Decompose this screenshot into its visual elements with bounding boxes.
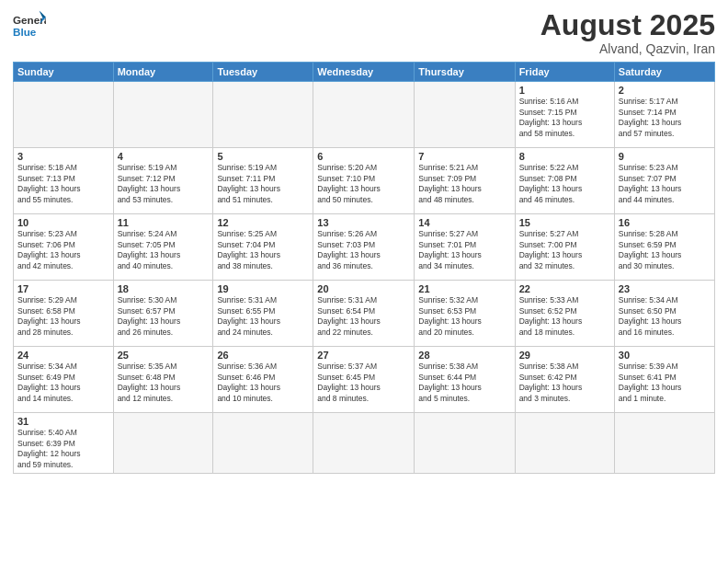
day-cell: 23Sunrise: 5:34 AM Sunset: 6:50 PM Dayli… — [614, 281, 714, 347]
day-cell: 24Sunrise: 5:34 AM Sunset: 6:49 PM Dayli… — [14, 347, 114, 413]
day-info: Sunrise: 5:34 AM Sunset: 6:50 PM Dayligh… — [619, 295, 711, 338]
day-number: 28 — [418, 350, 510, 361]
day-number: 4 — [118, 151, 210, 162]
day-number: 12 — [217, 217, 309, 228]
day-info: Sunrise: 5:19 AM Sunset: 7:12 PM Dayligh… — [118, 163, 210, 205]
day-cell: 17Sunrise: 5:29 AM Sunset: 6:58 PM Dayli… — [14, 281, 114, 347]
logo-icon: General Blue — [13, 9, 46, 42]
day-info: Sunrise: 5:27 AM Sunset: 7:00 PM Dayligh… — [519, 229, 610, 271]
day-cell: 20Sunrise: 5:31 AM Sunset: 6:54 PM Dayli… — [313, 281, 415, 347]
day-number: 13 — [317, 217, 410, 228]
day-number: 5 — [217, 151, 309, 162]
day-number: 10 — [17, 217, 109, 228]
day-cell: 19Sunrise: 5:31 AM Sunset: 6:55 PM Dayli… — [213, 281, 313, 347]
day-cell — [14, 82, 114, 148]
day-cell: 15Sunrise: 5:27 AM Sunset: 7:00 PM Dayli… — [515, 214, 614, 281]
week-row-3: 10Sunrise: 5:23 AM Sunset: 7:06 PM Dayli… — [14, 214, 715, 281]
day-info: Sunrise: 5:39 AM Sunset: 6:41 PM Dayligh… — [619, 362, 711, 404]
header: General Blue August 2025 Alvand, Qazvin,… — [13, 9, 715, 56]
day-info: Sunrise: 5:29 AM Sunset: 6:58 PM Dayligh… — [17, 295, 109, 338]
day-cell: 4Sunrise: 5:19 AM Sunset: 7:12 PM Daylig… — [113, 148, 213, 214]
col-saturday: Saturday — [614, 63, 714, 82]
day-cell — [614, 413, 714, 474]
day-cell: 10Sunrise: 5:23 AM Sunset: 7:06 PM Dayli… — [14, 214, 114, 281]
day-info: Sunrise: 5:30 AM Sunset: 6:57 PM Dayligh… — [118, 295, 210, 338]
day-info: Sunrise: 5:24 AM Sunset: 7:05 PM Dayligh… — [118, 229, 210, 271]
day-number: 16 — [619, 217, 711, 228]
day-info: Sunrise: 5:18 AM Sunset: 7:13 PM Dayligh… — [17, 163, 109, 205]
day-number: 26 — [217, 350, 309, 361]
day-number: 8 — [519, 151, 610, 162]
day-number: 9 — [619, 151, 711, 162]
day-info: Sunrise: 5:33 AM Sunset: 6:52 PM Dayligh… — [519, 295, 610, 338]
day-info: Sunrise: 5:23 AM Sunset: 7:07 PM Dayligh… — [619, 163, 711, 205]
day-cell: 7Sunrise: 5:21 AM Sunset: 7:09 PM Daylig… — [415, 148, 515, 214]
day-info: Sunrise: 5:31 AM Sunset: 6:54 PM Dayligh… — [317, 295, 410, 338]
day-info: Sunrise: 5:35 AM Sunset: 6:48 PM Dayligh… — [118, 362, 210, 404]
day-cell: 22Sunrise: 5:33 AM Sunset: 6:52 PM Dayli… — [515, 281, 614, 347]
week-row-1: 1Sunrise: 5:16 AM Sunset: 7:15 PM Daylig… — [14, 82, 715, 148]
day-number: 11 — [118, 217, 210, 228]
day-cell: 25Sunrise: 5:35 AM Sunset: 6:48 PM Dayli… — [113, 347, 213, 413]
day-cell: 2Sunrise: 5:17 AM Sunset: 7:14 PM Daylig… — [614, 82, 714, 148]
day-number: 3 — [17, 151, 109, 162]
day-cell: 18Sunrise: 5:30 AM Sunset: 6:57 PM Dayli… — [113, 281, 213, 347]
day-info: Sunrise: 5:17 AM Sunset: 7:14 PM Dayligh… — [619, 97, 711, 139]
day-cell: 16Sunrise: 5:28 AM Sunset: 6:59 PM Dayli… — [614, 214, 714, 281]
day-cell: 27Sunrise: 5:37 AM Sunset: 6:45 PM Dayli… — [313, 347, 415, 413]
col-friday: Friday — [515, 63, 614, 82]
day-number: 23 — [619, 283, 711, 294]
col-monday: Monday — [113, 63, 213, 82]
day-info: Sunrise: 5:22 AM Sunset: 7:08 PM Dayligh… — [519, 163, 610, 205]
day-cell: 8Sunrise: 5:22 AM Sunset: 7:08 PM Daylig… — [515, 148, 614, 214]
month-year: August 2025 — [540, 9, 715, 41]
day-cell: 26Sunrise: 5:36 AM Sunset: 6:46 PM Dayli… — [213, 347, 313, 413]
col-wednesday: Wednesday — [313, 63, 415, 82]
day-cell — [415, 82, 515, 148]
day-number: 6 — [317, 151, 410, 162]
day-number: 14 — [418, 217, 510, 228]
week-row-2: 3Sunrise: 5:18 AM Sunset: 7:13 PM Daylig… — [14, 148, 715, 214]
day-number: 29 — [519, 350, 610, 361]
day-cell: 14Sunrise: 5:27 AM Sunset: 7:01 PM Dayli… — [415, 214, 515, 281]
header-row: Sunday Monday Tuesday Wednesday Thursday… — [14, 63, 715, 82]
day-number: 17 — [17, 283, 109, 294]
day-cell — [213, 82, 313, 148]
logo: General Blue — [13, 9, 46, 42]
day-info: Sunrise: 5:37 AM Sunset: 6:45 PM Dayligh… — [317, 362, 410, 404]
day-number: 18 — [118, 283, 210, 294]
day-number: 7 — [418, 151, 510, 162]
day-info: Sunrise: 5:19 AM Sunset: 7:11 PM Dayligh… — [217, 163, 309, 205]
week-row-5: 24Sunrise: 5:34 AM Sunset: 6:49 PM Dayli… — [14, 347, 715, 413]
page: General Blue August 2025 Alvand, Qazvin,… — [0, 0, 728, 563]
day-cell: 11Sunrise: 5:24 AM Sunset: 7:05 PM Dayli… — [113, 214, 213, 281]
week-row-4: 17Sunrise: 5:29 AM Sunset: 6:58 PM Dayli… — [14, 281, 715, 347]
day-info: Sunrise: 5:38 AM Sunset: 6:42 PM Dayligh… — [519, 362, 610, 404]
day-info: Sunrise: 5:36 AM Sunset: 6:46 PM Dayligh… — [217, 362, 309, 404]
day-info: Sunrise: 5:20 AM Sunset: 7:10 PM Dayligh… — [317, 163, 410, 205]
day-cell — [113, 413, 213, 474]
day-cell: 31Sunrise: 5:40 AM Sunset: 6:39 PM Dayli… — [14, 413, 114, 474]
day-number: 2 — [619, 85, 711, 96]
week-row-6: 31Sunrise: 5:40 AM Sunset: 6:39 PM Dayli… — [14, 413, 715, 474]
svg-text:Blue: Blue — [13, 26, 37, 38]
day-cell: 30Sunrise: 5:39 AM Sunset: 6:41 PM Dayli… — [614, 347, 714, 413]
day-cell: 29Sunrise: 5:38 AM Sunset: 6:42 PM Dayli… — [515, 347, 614, 413]
title-block: August 2025 Alvand, Qazvin, Iran — [540, 9, 715, 56]
col-sunday: Sunday — [14, 63, 114, 82]
day-cell: 9Sunrise: 5:23 AM Sunset: 7:07 PM Daylig… — [614, 148, 714, 214]
day-cell — [213, 413, 313, 474]
svg-text:General: General — [13, 14, 46, 26]
location: Alvand, Qazvin, Iran — [540, 41, 715, 56]
day-cell: 12Sunrise: 5:25 AM Sunset: 7:04 PM Dayli… — [213, 214, 313, 281]
col-thursday: Thursday — [415, 63, 515, 82]
calendar: Sunday Monday Tuesday Wednesday Thursday… — [13, 62, 715, 474]
day-info: Sunrise: 5:27 AM Sunset: 7:01 PM Dayligh… — [418, 229, 510, 271]
day-number: 22 — [519, 283, 610, 294]
day-number: 30 — [619, 350, 711, 361]
day-info: Sunrise: 5:38 AM Sunset: 6:44 PM Dayligh… — [418, 362, 510, 404]
day-cell — [313, 413, 415, 474]
day-cell: 28Sunrise: 5:38 AM Sunset: 6:44 PM Dayli… — [415, 347, 515, 413]
day-number: 19 — [217, 283, 309, 294]
day-info: Sunrise: 5:25 AM Sunset: 7:04 PM Dayligh… — [217, 229, 309, 271]
